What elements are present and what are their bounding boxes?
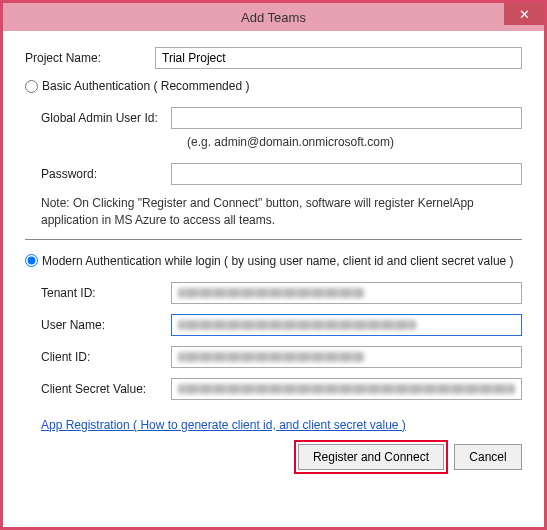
global-admin-input[interactable] [171, 107, 522, 129]
tenant-id-label: Tenant ID: [41, 286, 171, 300]
client-id-row: Client ID: [41, 346, 522, 368]
basic-auth-label: Basic Authentication ( Recommended ) [42, 79, 249, 93]
section-divider [25, 239, 522, 240]
modern-auth-radio[interactable] [25, 254, 38, 267]
window-title: Add Teams [241, 10, 306, 25]
global-admin-label: Global Admin User Id: [41, 111, 171, 125]
user-name-input[interactable] [171, 314, 522, 336]
global-admin-row: Global Admin User Id: [41, 107, 522, 129]
basic-auth-radio[interactable] [25, 80, 38, 93]
register-connect-button[interactable]: Register and Connect [298, 444, 444, 470]
dialog-content: Project Name: Basic Authentication ( Rec… [3, 31, 544, 527]
global-admin-hint: (e.g. admin@domain.onmicrosoft.com) [187, 135, 522, 149]
tenant-id-row: Tenant ID: [41, 282, 522, 304]
user-name-label: User Name: [41, 318, 171, 332]
client-id-label: Client ID: [41, 350, 171, 364]
modern-auth-radio-row: Modern Authentication while login ( by u… [25, 254, 522, 268]
titlebar: Add Teams ✕ [3, 3, 544, 31]
modern-auth-label: Modern Authentication while login ( by u… [42, 254, 514, 268]
tenant-id-input[interactable] [171, 282, 522, 304]
password-row: Password: [41, 163, 522, 185]
close-icon: ✕ [519, 7, 530, 22]
basic-auth-radio-row: Basic Authentication ( Recommended ) [25, 79, 522, 93]
user-name-row: User Name: [41, 314, 522, 336]
add-teams-dialog: Add Teams ✕ Project Name: Basic Authenti… [0, 0, 547, 530]
basic-auth-section: Global Admin User Id: (e.g. admin@domain… [41, 107, 522, 229]
client-secret-row: Client Secret Value: [41, 378, 522, 400]
app-registration-link[interactable]: App Registration ( How to generate clien… [41, 418, 406, 432]
basic-auth-note: Note: On Clicking "Register and Connect"… [41, 195, 522, 229]
cancel-button[interactable]: Cancel [454, 444, 522, 470]
button-row: Register and Connect Cancel [25, 444, 522, 470]
project-name-input[interactable] [155, 47, 522, 69]
modern-auth-section: Tenant ID: User Name: Client ID: Client … [41, 282, 522, 444]
password-input[interactable] [171, 163, 522, 185]
close-button[interactable]: ✕ [504, 3, 544, 25]
project-name-row: Project Name: [25, 47, 522, 69]
password-label: Password: [41, 167, 171, 181]
client-secret-label: Client Secret Value: [41, 382, 171, 396]
project-name-label: Project Name: [25, 51, 155, 65]
client-id-input[interactable] [171, 346, 522, 368]
client-secret-input[interactable] [171, 378, 522, 400]
